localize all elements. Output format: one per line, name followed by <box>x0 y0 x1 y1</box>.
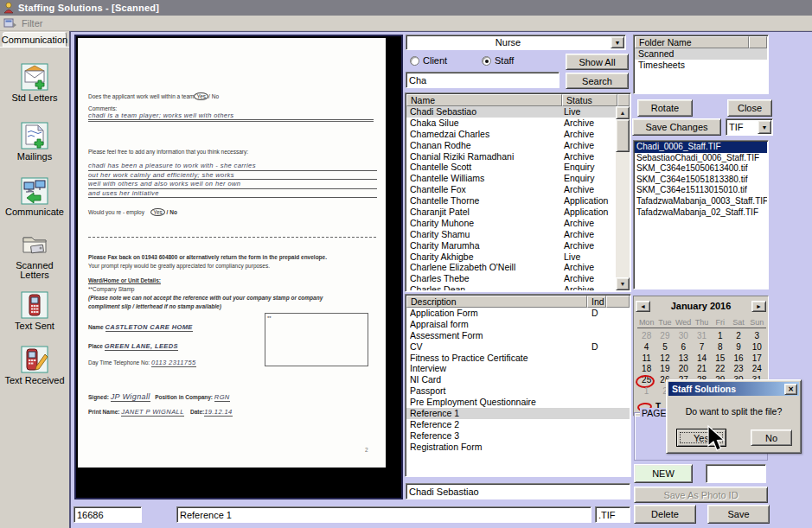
radio-staff[interactable]: Staff <box>482 55 514 66</box>
file-extension-field[interactable] <box>595 506 630 523</box>
calendar-cell[interactable]: 1 <box>637 386 655 398</box>
description-row[interactable]: Registration Form <box>406 442 630 453</box>
names-scrollbar[interactable]: ▲ ▼ <box>616 106 630 290</box>
name-row[interactable]: Charles Dean Archive <box>406 284 616 290</box>
format-combo[interactable]: TIF ▼ <box>726 118 773 136</box>
sidebar-item-scanned-letters[interactable]: Scanned Letters <box>0 231 69 280</box>
name-row[interactable]: Chantelle Fox Archive <box>406 184 616 195</box>
calendar-cell[interactable]: 4 <box>637 342 655 353</box>
name-row[interactable]: Charity Akhigbe Live <box>406 251 616 263</box>
name-row[interactable]: Chamedzai Charles Archive <box>406 129 616 140</box>
search-input[interactable] <box>406 72 559 88</box>
description-row[interactable]: CV D <box>406 341 630 353</box>
calendar-prev-icon[interactable]: ◄ <box>636 301 650 312</box>
column-header-status[interactable]: Status <box>562 94 617 106</box>
name-row[interactable]: Chanial Riziki Ramadhani Archive <box>406 151 616 162</box>
description-row[interactable]: Appraisal form <box>406 319 630 330</box>
name-row[interactable]: Charity Shamu Archive <box>406 229 616 240</box>
new-button[interactable]: NEW <box>634 464 693 483</box>
file-row[interactable]: SKM_C364e15051813380.tif <box>635 175 767 186</box>
client-radio-icon[interactable] <box>410 56 419 66</box>
calendar-next-icon[interactable]: ► <box>751 301 766 312</box>
close-button[interactable]: Close <box>727 99 772 117</box>
sidebar-item-mailings[interactable]: Mailings <box>0 122 69 162</box>
calendar-cell[interactable]: 21 <box>693 364 711 375</box>
file-row[interactable]: Chadi_0006_Staff.TIF <box>635 142 767 153</box>
description-row[interactable]: NI Card <box>406 374 630 385</box>
dialog-title-bar[interactable]: Staff Solutions <box>668 382 799 396</box>
name-row[interactable]: Charity Muhone Archive <box>406 218 616 229</box>
tab-communication[interactable]: Communication <box>3 32 67 47</box>
calendar-cell[interactable]: 10 <box>748 342 766 353</box>
document-type-field[interactable] <box>176 506 591 523</box>
delete-button[interactable]: Delete <box>634 505 696 524</box>
radio-client[interactable]: Client <box>410 55 447 66</box>
calendar-cell[interactable]: 1 <box>711 331 729 342</box>
calendar-cell[interactable]: 7 <box>693 342 711 353</box>
name-row[interactable]: Chantelle Thorne Application <box>406 195 616 207</box>
search-button[interactable]: Search <box>566 73 629 89</box>
calendar-cell[interactable]: 28 <box>637 331 655 342</box>
category-combo[interactable]: Nurse ▼ <box>406 35 626 50</box>
description-row[interactable]: Reference 2 <box>406 419 630 430</box>
scroll-up-icon[interactable]: ▲ <box>616 106 630 119</box>
sidebar-item-text-sent[interactable]: Text Sent <box>0 291 69 331</box>
save-changes-button[interactable]: Save Changes <box>632 118 721 136</box>
filter-icon[interactable] <box>3 17 17 29</box>
name-row[interactable]: Chantelle Scott Enquiry <box>406 162 616 173</box>
calendar-cell[interactable]: 14 <box>693 353 711 365</box>
calendar-cell[interactable]: 5 <box>655 342 674 353</box>
file-row[interactable]: SKM_C364e15050613400.tif <box>635 163 767 175</box>
name-row[interactable]: Charity Marumha Archive <box>406 240 616 251</box>
calendar-cell[interactable]: 11 <box>637 353 655 365</box>
folder-row[interactable]: Scanned <box>635 48 767 60</box>
calendar-cell[interactable]: 16 <box>729 353 747 365</box>
calendar-cell[interactable]: 18 <box>637 364 655 375</box>
menu-filter[interactable]: Filter <box>22 18 42 29</box>
name-row[interactable]: Chaka Silue Archive <box>406 118 616 129</box>
chevron-down-icon[interactable]: ▼ <box>611 36 624 48</box>
description-row[interactable]: Pre Employment Questionnaire <box>406 397 630 408</box>
calendar-cell[interactable]: 20 <box>675 364 693 375</box>
name-row[interactable]: Charles Thebe Archive <box>406 273 616 284</box>
description-row[interactable]: Application Form D <box>406 308 630 319</box>
show-all-button[interactable]: Show All <box>566 54 629 70</box>
calendar-cell[interactable]: 24 <box>748 364 766 375</box>
file-row[interactable]: SebastiaoChadi_0006_Staff.TIF <box>635 153 767 164</box>
scroll-thumb[interactable] <box>616 119 630 152</box>
calendar-cell[interactable]: 13 <box>675 353 693 365</box>
calendar-cell[interactable]: 29 <box>655 331 674 342</box>
description-row[interactable]: Fitness to Practice Certificate <box>406 353 630 364</box>
calendar-cell[interactable]: 15 <box>711 353 729 365</box>
scroll-down-icon[interactable]: ▼ <box>616 277 630 290</box>
folder-row[interactable]: Timesheets <box>635 60 767 71</box>
calendar-cell[interactable]: 17 <box>748 353 766 365</box>
sidebar-item-std-letters[interactable]: Std Letters <box>0 63 69 103</box>
name-row[interactable]: Charlene Elizabeth O'Neill Archive <box>406 262 616 273</box>
description-row[interactable]: Interview <box>406 363 630 374</box>
record-id-field[interactable] <box>74 506 142 523</box>
column-header-folder-name[interactable]: Folder Name <box>635 36 749 48</box>
description-row[interactable]: Reference 3 <box>406 430 630 442</box>
name-row[interactable]: Chanan Rodhe Archive <box>406 140 616 151</box>
file-row[interactable]: TafadzwaMabanja_02_Staff.TIF <box>635 207 767 219</box>
staff-radio-icon[interactable] <box>482 56 491 66</box>
calendar-cell[interactable]: 8 <box>711 342 729 353</box>
calendar-cell[interactable]: 22 <box>711 364 729 375</box>
column-header-ind[interactable]: Ind <box>587 296 606 308</box>
calendar-cell[interactable]: 2 <box>729 331 747 342</box>
file-row[interactable]: SKM_C364e15113015010.tif <box>635 185 767 196</box>
file-row[interactable]: TafadzwaMabanja_0003_Staff.TIF <box>635 196 767 207</box>
column-header-name[interactable]: Name <box>406 94 562 106</box>
calendar-cell[interactable]: 30 <box>675 331 693 342</box>
calendar-cell[interactable]: 25 <box>637 375 655 386</box>
chevron-down-icon[interactable]: ▼ <box>758 120 771 134</box>
save-as-photo-id-button[interactable]: Save As Photo ID <box>634 487 768 503</box>
description-row[interactable]: Passport <box>406 385 630 397</box>
calendar-cell[interactable]: 6 <box>675 342 693 353</box>
selected-name-field[interactable] <box>406 483 630 499</box>
name-row[interactable]: Chantelle Williams Enquiry <box>406 173 616 184</box>
description-row[interactable]: Assessment Form <box>406 330 630 341</box>
column-header-description[interactable]: Description <box>406 296 587 308</box>
calendar-cell[interactable]: 12 <box>655 353 674 365</box>
